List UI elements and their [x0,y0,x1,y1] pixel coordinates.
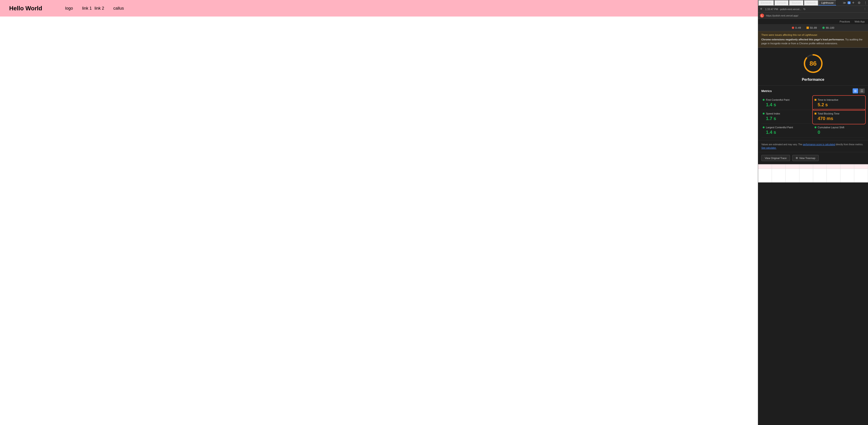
legend-green: 90–100 [823,26,834,29]
timeline-cell-2 [772,164,786,182]
list-view-button[interactable]: ☰ [859,88,865,93]
metric-si: Speed Index 1.7 s [761,110,813,124]
more-tabs-icon[interactable]: ≫ [843,1,846,5]
treemap-icon: ⊞ [796,156,798,159]
tab-lighthouse[interactable]: Lighthouse [818,0,836,5]
metric-tti-value: 5.2 s [814,102,864,108]
action-buttons: View Original Trace ⊞ View Treemap [758,152,868,164]
metric-tbt-label: Total Blocking Time [818,112,840,115]
metric-lcp-header: Largest Contentful Paint [763,126,812,129]
view-treemap-label: View Treemap [799,157,815,159]
legend-red: 0–49 [792,26,801,29]
nav-item-logo: logo [65,6,73,11]
view-original-trace-button[interactable]: View Original Trace [761,155,790,161]
tab-elements[interactable]: Elements [758,0,774,5]
refresh-icon[interactable]: ↻ [803,7,806,11]
notification-badge: 1 [847,1,850,4]
legend-orange-label: 50–89 [810,26,817,29]
nav-item-link1[interactable]: link 1 [82,6,92,11]
add-session-button[interactable]: + [760,7,763,11]
metric-si-indicator [763,113,765,115]
warning-title: There were issues affecting this run of … [761,33,865,36]
timeline-header-4 [799,164,813,169]
timeline-header-8 [854,164,868,169]
nav-links: link 1 link 2 [82,6,104,11]
metric-fcp: First Contentful Paint 1.4 s [761,96,813,110]
tab-sources[interactable]: Sources [789,0,804,5]
timeline-cell-3 [786,164,799,182]
legend-red-label: 0–49 [795,26,801,29]
three-dots-icon[interactable]: ⋮ [863,0,868,5]
timeline-header-1 [758,164,772,169]
metric-tti-header: Time to Interactive [814,98,864,101]
metric-tbt: Total Blocking Time 470 ms [813,110,865,124]
category-practices[interactable]: Practices [840,20,850,23]
nav-categories: Practices Web App [758,19,868,25]
metric-tti: Time to Interactive 5.2 s [813,96,865,110]
metric-si-label: Speed Index [766,112,780,115]
score-circle: 86 [803,53,824,74]
add-tab-button[interactable]: + [852,0,855,5]
website-preview: Hello World logo link 1 link 2 callus [0,0,758,425]
timeline-header-7 [840,164,854,169]
metric-lcp-label: Largest Contentful Paint [766,126,793,129]
timeline-cell-5 [813,164,827,182]
metric-cls-indicator [814,126,816,128]
metric-tbt-header: Total Blocking Time [814,112,864,115]
score-label: Performance [802,78,825,82]
tab-console[interactable]: Console [774,0,789,5]
values-note: Values are estimated and may vary. The p… [758,141,868,152]
nav-item-callus[interactable]: callus [113,6,124,11]
view-treemap-button[interactable]: ⊞ View Treemap [792,155,819,161]
timeline-header-2 [772,164,785,169]
calculator-link[interactable]: See calculator. [761,147,776,149]
preview-content [0,17,758,425]
metric-fcp-indicator [763,99,765,101]
settings-icon[interactable]: ⚙ [857,0,862,5]
metric-cls: Cumulative Layout Shift 0 [813,124,865,138]
tab-network[interactable]: Network [804,0,818,5]
legend-orange: 50–89 [807,26,817,29]
score-legend: 0–49 50–89 90–100 [758,25,868,31]
category-webapp[interactable]: Web App [855,20,865,23]
metrics-title: Metrics [761,89,772,93]
metric-lcp-indicator [763,126,765,128]
metric-cls-value: 0 [814,130,864,135]
view-trace-label: View Original Trace [765,157,786,159]
timeline-strip [758,164,868,182]
devtools-panel: Elements Console Sources Network Lightho… [758,0,868,425]
metric-cls-header: Cumulative Layout Shift [814,126,864,129]
grid-view-button[interactable]: ⊞ [852,88,858,93]
warning-text: Chrome extensions negatively affected th… [761,38,865,45]
metrics-grid: First Contentful Paint 1.4 s Time to Int… [761,96,865,138]
timeline-header-6 [827,164,840,169]
metrics-header: Metrics ⊞ ☰ [761,88,865,93]
timestamp-bar: + 1:33:47 PM · polish-rent.vercel... ↻ ⋮ [758,6,868,12]
metrics-section: Metrics ⊞ ☰ First Contentful Paint 1.4 s… [758,86,868,141]
devtools-tabs-row: Elements Console Sources Network Lightho… [758,0,868,6]
score-number: 86 [809,60,817,67]
metric-fcp-label: First Contentful Paint [766,98,789,101]
timeline-cell-1 [758,164,772,182]
score-section: 86 Performance [758,48,868,86]
topbar-icons: ≫ 1 + ⚙ ⋮ [843,0,868,5]
perf-score-link[interactable]: performance score is calculated [803,143,835,146]
metric-lcp: Largest Contentful Paint 1.4 s [761,124,813,138]
metric-tbt-indicator [814,113,816,115]
nav-title: Hello World [9,5,42,12]
nav-bar: Hello World logo link 1 link 2 callus [0,0,758,17]
metric-si-value: 1.7 s [763,116,812,121]
metrics-view-buttons: ⊞ ☰ [852,88,865,93]
metric-cls-label: Cumulative Layout Shift [818,126,844,129]
timeline-cell-7 [840,164,854,182]
nav-item-link2[interactable]: link 2 [94,6,104,11]
metric-fcp-header: First Contentful Paint [763,98,812,101]
metric-si-header: Speed Index [763,112,812,115]
url-text: https://polish-rent.vercel.app/ [766,14,798,17]
metric-tti-label: Time to Interactive [818,98,838,101]
legend-green-dot [823,27,825,29]
timeline-header-3 [786,164,799,169]
metric-tti-indicator [814,99,816,101]
warning-banner: There were issues affecting this run of … [758,31,868,48]
options-icon[interactable]: ⋮ [864,7,866,10]
